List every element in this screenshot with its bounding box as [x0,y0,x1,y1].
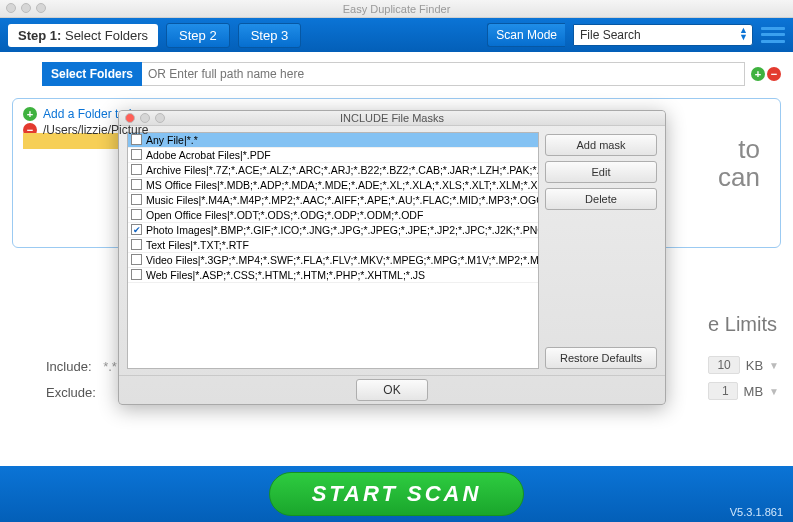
bottom-bar: START SCAN V5.3.1.861 [0,466,793,522]
window-title: Easy Duplicate Finder [0,3,793,15]
window-traffic-lights [6,3,46,13]
include-file-masks-dialog: INCLUDE File Masks Any File|*.*Adobe Acr… [118,110,666,405]
step-1-tab[interactable]: Step 1: Select Folders [8,24,158,47]
drop-hint-line1: to [718,135,760,163]
minimize-window-icon[interactable] [21,3,31,13]
exclude-size-value[interactable]: 1 [708,382,738,400]
window-titlebar: Easy Duplicate Finder [0,0,793,18]
exclude-label: Exclude: [46,385,96,400]
file-mask-text: Music Files|*.M4A;*.M4P;*.MP2;*.AAC;*.AI… [146,194,538,206]
file-mask-checkbox[interactable] [131,209,142,220]
folder-path-row: Select Folders + − [42,62,781,86]
scan-mode-label: Scan Mode [487,23,565,47]
file-mask-text: Photo Images|*.BMP;*.GIF;*.ICO;*.JNG;*.J… [146,224,538,236]
step-1-prefix: Step 1: [18,28,61,43]
include-size-value[interactable]: 10 [708,356,739,374]
dialog-body: Any File|*.*Adobe Acrobat Files|*.PDFArc… [119,126,665,375]
file-mask-row[interactable]: MS Office Files|*.MDB;*.ADP;*.MDA;*.MDE;… [128,178,538,193]
file-mask-text: Adobe Acrobat Files|*.PDF [146,149,271,161]
select-folders-label: Select Folders [42,62,142,86]
file-mask-text: Archive Files|*.7Z;*.ACE;*.ALZ;*.ARC;*.A… [146,164,538,176]
file-mask-text: Video Files|*.3GP;*.MP4;*.SWF;*.FLA;*.FL… [146,254,538,266]
dialog-minimize-icon[interactable] [140,113,150,123]
include-label: Include: [46,359,92,374]
drop-hint-line2: can [718,163,760,191]
include-size-control: 10 KB ▼ [708,356,779,374]
file-mask-row[interactable]: Any File|*.* [128,133,538,148]
dialog-side-buttons: Add mask Edit Delete Restore Defaults [545,132,657,369]
file-mask-text: Open Office Files|*.ODT;*.ODS;*.ODG;*.OD… [146,209,423,221]
restore-defaults-button[interactable]: Restore Defaults [545,347,657,369]
zoom-window-icon[interactable] [36,3,46,13]
chevron-down-icon[interactable]: ▼ [769,386,779,397]
step-1-label: Select Folders [65,28,148,43]
ok-button[interactable]: OK [356,379,427,401]
include-row: Include: *.* [46,359,117,374]
exclude-size-control: 1 MB ▼ [708,382,779,400]
file-mask-row[interactable]: Adobe Acrobat Files|*.PDF [128,148,538,163]
file-mask-row[interactable]: Open Office Files|*.ODT;*.ODS;*.ODG;*.OD… [128,208,538,223]
folder-path-text: /Users/lizzie/Picture [43,123,148,137]
dialog-titlebar: INCLUDE File Masks [119,111,665,126]
file-mask-checkbox[interactable] [131,179,142,190]
version-label: V5.3.1.861 [730,506,783,518]
file-mask-row[interactable]: Video Files|*.3GP;*.MP4;*.SWF;*.FLA;*.FL… [128,253,538,268]
dialog-close-icon[interactable] [125,113,135,123]
file-mask-row[interactable]: ✔Photo Images|*.BMP;*.GIF;*.ICO;*.JNG;*.… [128,223,538,238]
file-mask-checkbox[interactable] [131,254,142,265]
file-mask-row[interactable]: Music Files|*.M4A;*.M4P;*.MP2;*.AAC;*.AI… [128,193,538,208]
file-mask-list[interactable]: Any File|*.*Adobe Acrobat Files|*.PDFArc… [127,132,539,369]
file-mask-row[interactable]: Archive Files|*.7Z;*.ACE;*.ALZ;*.ARC;*.A… [128,163,538,178]
path-add-remove: + − [751,67,781,81]
close-window-icon[interactable] [6,3,16,13]
start-scan-button[interactable]: START SCAN [269,472,525,516]
add-folder-icon: + [23,107,37,121]
chevron-down-icon[interactable]: ▼ [769,360,779,371]
file-mask-text: Web Files|*.ASP;*.CSS;*.HTML;*.HTM;*.PHP… [146,269,425,281]
dialog-traffic-lights [125,113,165,123]
folder-path-input[interactable] [142,62,745,86]
add-mask-button[interactable]: Add mask [545,134,657,156]
step-2-tab[interactable]: Step 2 [166,23,230,48]
edit-mask-button[interactable]: Edit [545,161,657,183]
add-path-icon[interactable]: + [751,67,765,81]
remove-path-icon[interactable]: − [767,67,781,81]
file-mask-checkbox[interactable] [131,149,142,160]
dialog-title: INCLUDE File Masks [119,112,665,124]
exclude-size-unit[interactable]: MB [744,384,764,399]
include-size-unit[interactable]: KB [746,358,763,373]
updown-arrows-icon: ▲▼ [739,27,748,41]
file-mask-text: Any File|*.* [146,134,198,146]
dialog-zoom-icon[interactable] [155,113,165,123]
menu-icon[interactable] [761,25,785,45]
file-mask-checkbox[interactable] [131,164,142,175]
scan-mode-select[interactable]: File Search ▲▼ [573,24,753,46]
step-3-tab[interactable]: Step 3 [238,23,302,48]
file-mask-text: MS Office Files|*.MDB;*.ADP;*.MDA;*.MDE;… [146,179,538,191]
top-toolbar: Step 1: Select Folders Step 2 Step 3 Sca… [0,18,793,52]
file-mask-text: Text Files|*.TXT;*.RTF [146,239,249,251]
delete-mask-button[interactable]: Delete [545,188,657,210]
include-pattern: *.* [103,359,117,374]
scan-mode-value: File Search [580,28,641,42]
dialog-footer: OK [119,375,665,404]
file-mask-checkbox[interactable] [131,239,142,250]
size-limits-heading: e Limits [708,313,777,336]
file-mask-row[interactable]: Text Files|*.TXT;*.RTF [128,238,538,253]
file-mask-checkbox[interactable]: ✔ [131,224,142,235]
file-mask-row[interactable]: Web Files|*.ASP;*.CSS;*.HTML;*.HTM;*.PHP… [128,268,538,283]
file-mask-checkbox[interactable] [131,194,142,205]
file-mask-checkbox[interactable] [131,269,142,280]
drop-hint-text: to can [718,135,760,191]
exclude-row: Exclude: [46,385,96,400]
